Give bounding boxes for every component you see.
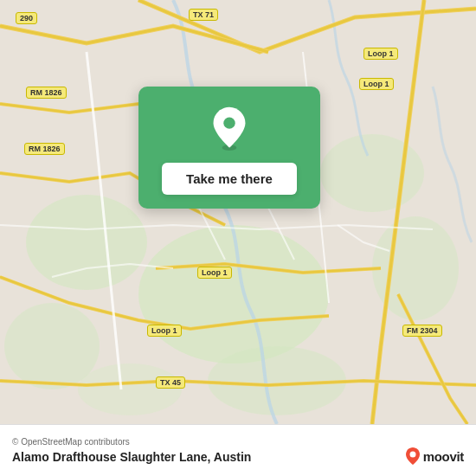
moovit-pin-icon bbox=[405, 447, 421, 466]
road-badge-loop1-4: Loop 1 bbox=[147, 325, 182, 337]
attribution-text: © OpenStreetMap contributors bbox=[12, 437, 464, 447]
road-badge-rm1826-1: RM 1826 bbox=[26, 87, 67, 99]
road-badge-fm2304: FM 2304 bbox=[402, 325, 442, 337]
svg-point-2 bbox=[26, 195, 147, 290]
map-svg bbox=[0, 0, 476, 424]
bottom-bar: © OpenStreetMap contributors Alamo Draft… bbox=[0, 424, 476, 476]
road-badge-loop1-2: Loop 1 bbox=[359, 78, 394, 90]
road-badge-290: 290 bbox=[16, 12, 37, 24]
take-me-there-button[interactable]: Take me there bbox=[162, 163, 297, 195]
location-pin-icon bbox=[207, 106, 252, 151]
svg-point-9 bbox=[223, 117, 235, 128]
road-badge-tx71: TX 71 bbox=[189, 9, 218, 21]
road-badge-rm1826-2: RM 1826 bbox=[24, 143, 65, 155]
location-name: Alamo Drafthouse Slaughter Lane, Austin bbox=[12, 450, 251, 464]
svg-point-3 bbox=[320, 134, 424, 212]
moovit-label: moovit bbox=[423, 449, 464, 464]
svg-point-10 bbox=[409, 452, 415, 458]
map-container: 290 TX 71 Loop 1 Loop 1 RM 1826 RM 1826 … bbox=[0, 0, 476, 424]
moovit-logo: moovit bbox=[405, 447, 464, 466]
svg-point-7 bbox=[78, 363, 182, 415]
road-badge-loop1-3: Loop 1 bbox=[197, 267, 232, 279]
road-badge-loop1-1: Loop 1 bbox=[363, 48, 398, 60]
take-me-there-card: Take me there bbox=[138, 87, 320, 209]
road-badge-tx45: TX 45 bbox=[156, 376, 185, 389]
svg-point-1 bbox=[138, 225, 329, 363]
location-row: Alamo Drafthouse Slaughter Lane, Austin bbox=[12, 450, 464, 464]
